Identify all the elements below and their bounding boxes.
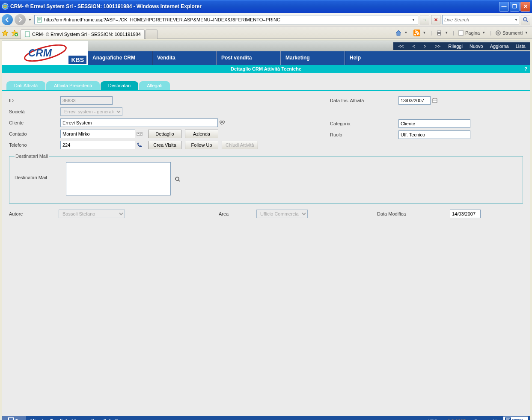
- nav-nuovo-button[interactable]: Nuovo: [466, 44, 487, 49]
- search-button[interactable]: [521, 15, 530, 24]
- print-button[interactable]: ▼: [434, 29, 450, 37]
- favorites-icon[interactable]: [2, 30, 9, 36]
- contatto-card-icon[interactable]: [135, 130, 144, 138]
- nav-first-button[interactable]: <<: [394, 44, 408, 49]
- page-icon: [36, 17, 42, 23]
- data-ins-field[interactable]: [398, 96, 431, 105]
- nav-aggiorna-button[interactable]: Aggiorna: [487, 44, 512, 49]
- calendar-icon[interactable]: [431, 96, 439, 105]
- tab-page-icon: [24, 31, 30, 37]
- tab-attivita-precedenti[interactable]: Attività Precedenti: [46, 81, 100, 90]
- telefono-field[interactable]: [60, 141, 135, 149]
- svg-rect-9: [438, 34, 440, 35]
- svg-point-2: [523, 18, 527, 21]
- page-menu[interactable]: Pagina ▼: [457, 29, 487, 37]
- history-dropdown-icon[interactable]: ▼: [27, 18, 33, 22]
- autore-select: Bassoli Stefano: [59, 210, 125, 218]
- phone-icon[interactable]: [135, 141, 144, 149]
- svg-rect-19: [433, 99, 437, 103]
- label-ruolo: Ruolo: [330, 132, 398, 137]
- errevi-logo: ERREVI system: [503, 417, 528, 420]
- svg-text:CRM: CRM: [28, 47, 52, 59]
- menu-marketing[interactable]: Marketing: [281, 51, 345, 65]
- label-destinatari-mail: Destinatari Mail: [15, 162, 66, 180]
- window-minimize-button[interactable]: —: [499, 2, 509, 12]
- footer-user: Utente: Guglielmi Lenny (lguglielmi): [30, 418, 118, 420]
- browser-tab[interactable]: CRM- © Errevi System Srl - SESSION: 1001…: [21, 30, 145, 39]
- tab-allegati[interactable]: Allegati: [139, 81, 170, 90]
- cliente-lookup-icon[interactable]: [218, 118, 226, 127]
- search-mail-icon[interactable]: [173, 175, 182, 183]
- followup-button[interactable]: Follow Up: [185, 141, 218, 149]
- svg-rect-21: [9, 418, 14, 420]
- nav-prev-button[interactable]: <: [408, 44, 419, 49]
- search-input[interactable]: [443, 17, 514, 22]
- app-logo: CRM KBS: [2, 41, 88, 65]
- window-titlebar: CRM- © Errevi System Srl - SESSION: 1001…: [0, 0, 532, 13]
- menu-anagrafiche[interactable]: Anagrafiche CRM: [88, 51, 152, 65]
- svg-point-15: [220, 121, 222, 123]
- svg-point-12: [497, 32, 499, 34]
- record-nav-controls: << < > >> Rileggi Nuovo Aggiorna Lista: [393, 42, 530, 50]
- tab-destinatari[interactable]: Destinatari: [101, 81, 139, 90]
- kbs-label: KBS: [68, 56, 86, 64]
- tools-menu[interactable]: Strumenti ▼: [494, 29, 530, 37]
- tab-dati-attivita[interactable]: Dati Attività: [6, 81, 45, 90]
- chiudi-attivita-button: Chiudi Attività: [222, 141, 258, 149]
- label-data-modifica: Data Modifica: [377, 211, 450, 216]
- exit-icon[interactable]: [2, 416, 26, 420]
- nav-rileggi-button[interactable]: Rileggi: [445, 44, 466, 49]
- label-autore: Autore: [9, 211, 59, 216]
- search-dropdown-icon[interactable]: ▼: [514, 18, 519, 22]
- label-data-ins: Data Ins. Attività: [330, 98, 398, 103]
- content-tabs: Dati Attività Attività Precedenti Destin…: [2, 81, 530, 91]
- azienda-button[interactable]: Azienda: [185, 130, 218, 138]
- nav-last-button[interactable]: >>: [431, 44, 445, 49]
- new-tab-button[interactable]: [146, 30, 158, 39]
- svg-rect-8: [438, 30, 440, 32]
- societa-select: Errevi system - generale: [60, 107, 122, 116]
- feeds-button[interactable]: ▼: [412, 29, 428, 37]
- contatto-field[interactable]: [60, 130, 135, 138]
- home-button[interactable]: ▼: [394, 29, 410, 37]
- svg-point-16: [223, 121, 225, 123]
- window-maximize-button[interactable]: ❐: [510, 2, 520, 12]
- forward-button[interactable]: [15, 14, 26, 25]
- window-close-button[interactable]: ✕: [520, 2, 530, 12]
- address-bar[interactable]: ▼: [34, 15, 418, 24]
- svg-point-20: [175, 177, 179, 180]
- data-modifica-field[interactable]: [450, 210, 481, 218]
- search-bar[interactable]: ▼: [442, 15, 519, 24]
- label-area: Area: [219, 211, 256, 216]
- url-input[interactable]: [44, 17, 409, 22]
- label-id: ID: [9, 98, 60, 103]
- nav-next-button[interactable]: >: [419, 44, 431, 49]
- crea-visita-button[interactable]: Crea Visita: [148, 141, 181, 149]
- nav-lista-button[interactable]: Lista: [512, 44, 529, 49]
- add-favorites-icon[interactable]: [11, 30, 18, 36]
- menu-postvendita[interactable]: Post vendita: [217, 51, 281, 65]
- svg-point-18: [138, 133, 139, 134]
- menu-help[interactable]: Help: [345, 51, 409, 65]
- destinatari-mail-textarea[interactable]: [66, 162, 171, 195]
- window-title: CRM- © Errevi System Srl - SESSION: 1001…: [10, 3, 499, 9]
- cliente-field[interactable]: [60, 118, 218, 127]
- categoria-field[interactable]: [398, 119, 470, 128]
- go-button[interactable]: →: [420, 15, 429, 24]
- browser-navbar: ▼ ▼ → ✕ ▼: [0, 13, 532, 27]
- back-button[interactable]: [2, 14, 13, 25]
- browser-tabbar: CRM- © Errevi System Srl - SESSION: 1001…: [0, 27, 532, 39]
- url-dropdown-icon[interactable]: ▼: [411, 18, 416, 22]
- destinatari-mail-fieldset: Destinatari Mail Destinatari Mail: [9, 154, 523, 204]
- label-telefono: Telefono: [9, 142, 60, 148]
- label-categoria: Categoria: [330, 121, 398, 126]
- svg-point-6: [414, 34, 416, 35]
- main-menu: Anagrafiche CRM Vendita Post vendita Mar…: [88, 51, 530, 65]
- stop-button[interactable]: ✕: [431, 15, 440, 24]
- subheader-help-button[interactable]: ?: [524, 65, 527, 73]
- dettaglio-button[interactable]: Dettaglio: [148, 130, 181, 138]
- menu-vendita[interactable]: Vendita: [152, 51, 217, 65]
- ruolo-field[interactable]: [398, 130, 470, 139]
- destinatari-mail-legend: Destinatari Mail: [15, 154, 49, 159]
- area-select: Ufficio Commerciale: [256, 210, 308, 218]
